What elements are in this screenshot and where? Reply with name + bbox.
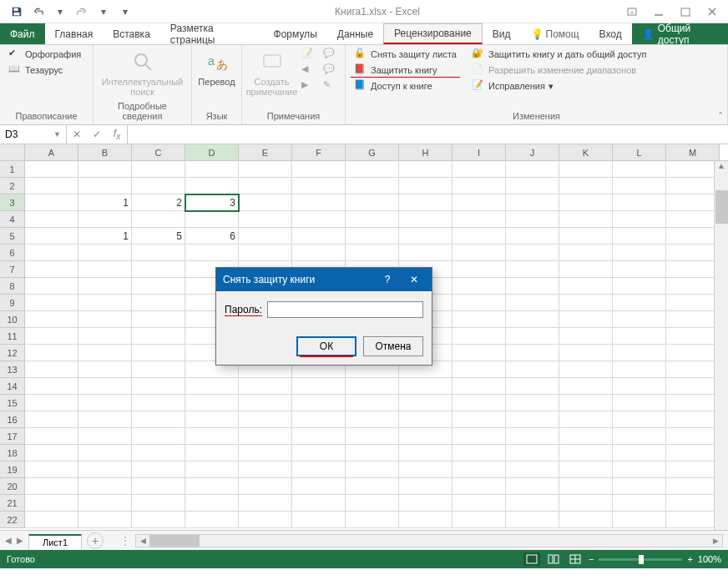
tab-insert[interactable]: Вставка [103,23,160,44]
cell[interactable] [292,428,346,445]
cell[interactable] [25,194,78,211]
cell[interactable] [346,228,399,245]
cell[interactable] [185,245,239,261]
cell[interactable] [613,228,666,245]
cell[interactable] [132,328,185,345]
cell[interactable] [132,345,185,361]
undo-dropdown[interactable]: ▾ [50,3,70,21]
cell[interactable] [452,328,506,345]
new-comment-button[interactable]: Создать примечание [247,47,296,98]
cell[interactable] [239,461,292,478]
row-header[interactable]: 5 [0,228,25,245]
protect-share-button[interactable]: 🔐Защитить книгу и дать общий доступ [468,47,650,62]
cell[interactable] [613,161,666,178]
row-header[interactable]: 4 [0,211,25,228]
cell[interactable] [666,512,720,528]
share-workbook-button[interactable]: 📘Доступ к книге [351,78,460,93]
cell[interactable] [452,428,506,445]
add-sheet-button[interactable]: + [87,532,104,549]
cell[interactable] [132,211,185,228]
cell[interactable] [666,445,720,461]
cell[interactable] [25,261,78,278]
next-comment-button[interactable]: ▶ [298,78,318,93]
cell[interactable] [78,361,132,378]
row-header[interactable]: 18 [0,445,25,461]
row-header[interactable]: 21 [0,495,25,512]
cell[interactable] [452,295,506,311]
cell[interactable] [559,178,613,194]
zoom-in-button[interactable]: + [687,554,692,564]
column-header[interactable]: J [506,144,559,160]
collapse-ribbon-button[interactable]: ˄ [718,111,723,123]
row-header[interactable]: 11 [0,328,25,345]
cell[interactable] [399,461,452,478]
cell[interactable] [78,278,132,295]
scroll-thumb[interactable] [715,190,728,224]
cell[interactable] [185,478,239,495]
column-header[interactable]: F [292,144,346,160]
cell[interactable] [452,278,506,295]
cell[interactable] [452,512,506,528]
cell[interactable] [239,445,292,461]
thesaurus-button[interactable]: 📖Тезаурус [5,63,84,78]
column-header[interactable]: G [346,144,399,160]
column-header[interactable]: B [78,144,132,160]
password-input[interactable] [267,301,423,318]
cell[interactable] [506,428,559,445]
cell[interactable] [78,378,132,395]
prev-comment-button[interactable]: ◀ [298,63,318,78]
smart-lookup-button[interactable]: Интеллектуальный поиск [99,47,186,98]
cell[interactable] [452,161,506,178]
cell[interactable] [559,461,613,478]
cell[interactable] [239,161,292,178]
cell[interactable] [239,478,292,495]
tab-review[interactable]: Рецензирование [383,23,483,44]
cell[interactable] [25,461,78,478]
cell[interactable] [666,361,720,378]
cell[interactable] [399,411,452,428]
cell[interactable] [132,311,185,328]
row-header[interactable]: 6 [0,245,25,261]
cell[interactable] [613,211,666,228]
cell[interactable] [613,478,666,495]
cell[interactable] [613,495,666,512]
track-changes-button[interactable]: 📝Исправления ▾ [468,78,650,93]
cell[interactable] [132,395,185,411]
cell[interactable] [399,228,452,245]
cell[interactable] [346,378,399,395]
scroll-left-button[interactable]: ◀ [136,537,149,545]
cell[interactable] [613,445,666,461]
cell[interactable] [292,478,346,495]
cell[interactable] [132,295,185,311]
cell[interactable] [25,295,78,311]
cell[interactable] [346,161,399,178]
cell[interactable] [78,411,132,428]
cell[interactable] [559,411,613,428]
cell[interactable] [78,178,132,194]
sheet-nav-prev[interactable]: ◀ [5,536,12,545]
horizontal-scrollbar[interactable]: ◀ ▶ [135,534,723,547]
cell[interactable] [132,445,185,461]
column-header[interactable]: E [239,144,292,160]
cell[interactable] [399,395,452,411]
cell[interactable] [78,512,132,528]
tab-formulas[interactable]: Формулы [264,23,327,44]
cell[interactable] [25,178,78,194]
dialog-close-button[interactable]: ✕ [403,274,425,285]
minimize-button[interactable] [646,3,671,21]
tab-home[interactable]: Главная [45,23,104,44]
tab-file[interactable]: Файл [0,23,45,44]
cell[interactable] [132,428,185,445]
cell[interactable] [666,478,720,495]
sheet-nav-next[interactable]: ▶ [17,536,23,545]
cell[interactable] [666,295,720,311]
cell[interactable] [452,461,506,478]
cell[interactable] [666,345,720,361]
cell[interactable] [346,411,399,428]
cell[interactable] [506,211,559,228]
cell[interactable] [506,178,559,194]
cell[interactable] [506,261,559,278]
cell[interactable] [613,295,666,311]
cell[interactable] [25,411,78,428]
cell[interactable] [452,245,506,261]
